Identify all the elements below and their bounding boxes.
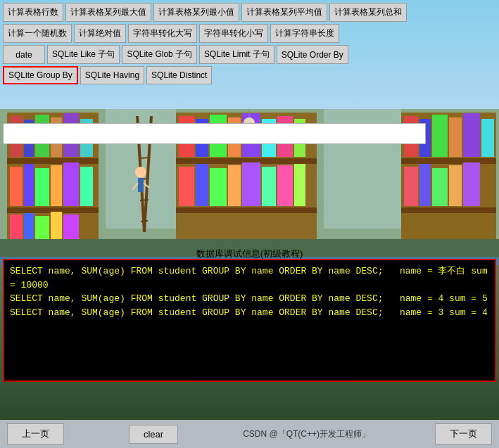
svg-rect-34 (196, 164, 208, 206)
to-upper-button[interactable]: 字符串转化大写 (128, 24, 197, 43)
svg-rect-3 (7, 158, 99, 164)
svg-rect-43 (401, 207, 496, 213)
svg-rect-13 (35, 168, 49, 206)
avg-col-button[interactable]: 计算表格某列平均值 (241, 3, 327, 22)
count-rows-button[interactable]: 计算表格行数 (3, 3, 63, 22)
glob-button[interactable]: SQLite Glob 子句 (122, 45, 197, 64)
button-row-3: date SQLite Like 子句 SQLite Glob 子句 SQLit… (3, 45, 496, 64)
to-lower-button[interactable]: 字符串转化小写 (199, 24, 268, 43)
output-area: SELECT name, SUM(age) FROM student GROUP… (3, 259, 496, 382)
str-len-button[interactable]: 计算字符串长度 (270, 24, 339, 43)
random-num-button[interactable]: 计算一个随机数 (3, 24, 72, 43)
svg-rect-49 (481, 119, 494, 157)
group-by-button[interactable]: SQLite Group By (3, 66, 78, 84)
svg-rect-35 (210, 168, 227, 206)
min-col-button[interactable]: 计算表格某列最小值 (153, 3, 239, 22)
svg-rect-14 (51, 165, 62, 206)
svg-rect-16 (80, 167, 93, 206)
having-button[interactable]: SQLite Having (80, 66, 144, 84)
svg-rect-53 (449, 165, 462, 206)
svg-rect-66 (138, 178, 144, 192)
svg-rect-11 (10, 167, 23, 206)
svg-rect-37 (242, 162, 260, 206)
output-text: SELECT name, SUM(age) FROM student GROUP… (10, 264, 489, 319)
distinct-button[interactable]: SQLite Distinct (146, 66, 212, 84)
svg-rect-50 (404, 167, 418, 206)
svg-rect-51 (419, 164, 431, 206)
svg-rect-52 (432, 168, 448, 206)
svg-rect-39 (277, 165, 293, 206)
svg-rect-36 (228, 165, 241, 206)
max-col-button[interactable]: 计算表格某列最大值 (65, 3, 151, 22)
order-by-button[interactable]: SQLite Order By (277, 45, 348, 64)
svg-rect-33 (179, 167, 194, 206)
limit-button[interactable]: SQLite Limit 子句 (199, 45, 274, 64)
date-button[interactable]: date (3, 45, 45, 64)
sum-col-button[interactable]: 计算表格某列总和 (329, 3, 407, 22)
svg-rect-15 (63, 162, 79, 206)
abs-val-button[interactable]: 计算绝对值 (74, 24, 126, 43)
svg-rect-48 (463, 113, 480, 157)
svg-rect-24 (176, 207, 317, 213)
csdn-label: CSDN @「QT(C++)开发工程师」 (243, 428, 370, 440)
button-row-4: SQLite Group By SQLite Having SQLite Dis… (3, 66, 496, 84)
clear-button[interactable]: clear (129, 425, 178, 444)
sql-input[interactable] (3, 123, 426, 144)
svg-rect-40 (294, 164, 305, 206)
svg-line-63 (140, 200, 149, 200)
svg-line-61 (139, 158, 150, 158)
input-area (3, 123, 426, 144)
svg-rect-46 (432, 115, 448, 157)
bottom-bar: 上一页 clear CSDN @「QT(C++)开发工程师」 下一页 (0, 420, 499, 448)
button-row-1: 计算表格行数 计算表格某列最大值 计算表格某列最小值 计算表格某列平均值 计算表… (3, 3, 496, 22)
like-button[interactable]: SQLite Like 子句 (47, 45, 120, 64)
svg-rect-38 (262, 167, 276, 206)
button-row-2: 计算一个随机数 计算绝对值 字符串转化大写 字符串转化小写 计算字符串长度 (3, 24, 496, 43)
prev-page-button[interactable]: 上一页 (7, 423, 64, 444)
svg-rect-42 (401, 158, 496, 164)
svg-line-64 (141, 221, 148, 222)
next-page-button[interactable]: 下一页 (435, 423, 492, 444)
svg-point-65 (135, 167, 146, 178)
top-buttons-area: 计算表格行数 计算表格某列最大值 计算表格某列最小值 计算表格某列平均值 计算表… (0, 0, 499, 89)
svg-rect-47 (449, 117, 462, 157)
svg-rect-12 (24, 164, 34, 206)
svg-rect-54 (463, 162, 480, 206)
